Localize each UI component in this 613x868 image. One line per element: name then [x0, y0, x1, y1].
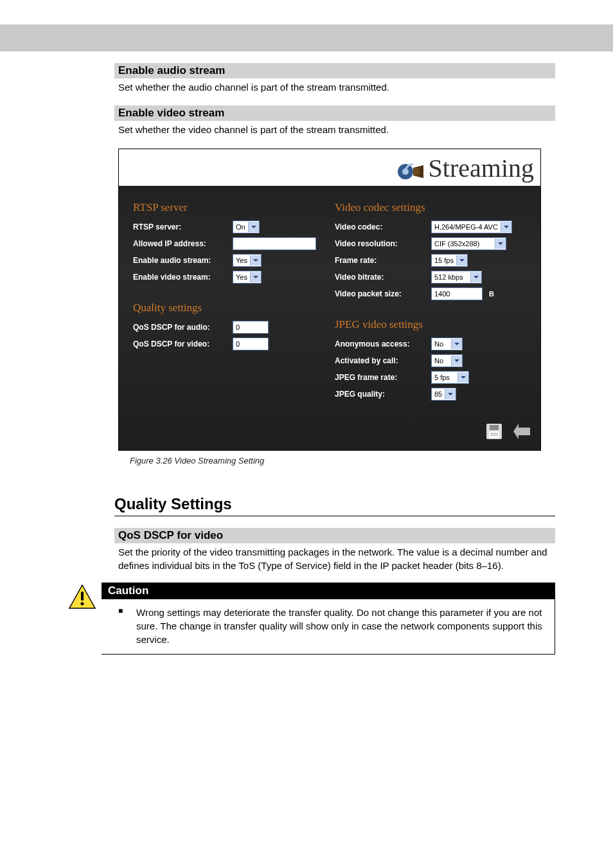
- panel-title-bar: Streaming: [119, 149, 540, 186]
- svg-rect-5: [489, 431, 499, 438]
- page: Enable audio stream Set whether the audi…: [0, 24, 613, 655]
- chevron-down-icon: [451, 339, 462, 349]
- chevron-down-icon: [456, 255, 467, 266]
- video-resolution-select[interactable]: CIF (352x288): [431, 237, 506, 250]
- allowed-ip-label: Allowed IP address:: [133, 239, 233, 248]
- section-heading-enable-audio: Enable audio stream: [114, 63, 555, 78]
- allowed-ip-input[interactable]: [233, 237, 316, 250]
- right-column: Video codec settings Video codec: H.264/…: [330, 197, 531, 404]
- codec-heading: Video codec settings: [335, 201, 526, 214]
- dscp-video-label: QoS DSCP for video:: [133, 339, 233, 348]
- save-icon[interactable]: [485, 422, 503, 442]
- back-arrow-icon[interactable]: [512, 422, 531, 442]
- video-packet-input[interactable]: 1400: [431, 287, 483, 300]
- caution-text: Wrong settings may deteriorate the trans…: [136, 606, 546, 646]
- section-text-enable-video: Set whether the video channel is part of…: [114, 121, 555, 136]
- chevron-down-icon: [451, 356, 462, 366]
- streaming-panel: Streaming RTSP server RTSP server: On: [118, 149, 541, 451]
- section-text-qos-video: Set the priority of the video transmitti…: [114, 543, 555, 572]
- svg-rect-4: [490, 425, 499, 430]
- rtsp-heading: RTSP server: [133, 201, 324, 214]
- frame-rate-select[interactable]: 15 fps: [431, 254, 468, 267]
- jpeg-frame-rate-select[interactable]: 5 fps: [431, 371, 469, 384]
- caution-block: Caution Wrong settings may deteriorate t…: [0, 583, 613, 655]
- streaming-icon: [396, 156, 425, 185]
- activated-by-call-label: Activated by call:: [335, 356, 431, 365]
- chevron-down-icon: [495, 239, 506, 249]
- enable-audio-select[interactable]: Yes: [233, 254, 262, 267]
- jpeg-heading: JPEG video settings: [335, 318, 526, 331]
- video-codec-label: Video codec:: [335, 222, 431, 231]
- panel-footer: [119, 417, 540, 450]
- panel-title-text: Streaming: [429, 154, 534, 183]
- video-packet-label: Video packet size:: [335, 289, 431, 298]
- svg-point-1: [402, 168, 409, 175]
- heading-quality-settings: Quality Settings: [114, 495, 555, 516]
- enable-video-select[interactable]: Yes: [233, 271, 262, 284]
- rtsp-server-select[interactable]: On: [233, 221, 260, 233]
- anon-access-label: Anonymous access:: [335, 339, 431, 348]
- dscp-audio-label: QoS DSCP for audio:: [133, 323, 233, 332]
- jpeg-quality-label: JPEG quality:: [335, 390, 431, 399]
- svg-rect-8: [81, 592, 84, 601]
- quality-heading: Quality settings: [133, 302, 324, 314]
- caution-icon: [63, 583, 102, 655]
- top-banner: [0, 24, 613, 51]
- video-bitrate-label: Video bitrate:: [335, 273, 431, 282]
- video-packet-unit: B: [483, 290, 494, 298]
- chevron-down-icon: [250, 255, 261, 266]
- chevron-down-icon: [250, 272, 261, 282]
- section-heading-qos-video: QoS DSCP for video: [114, 528, 555, 543]
- dscp-video-input[interactable]: 0: [233, 338, 269, 350]
- video-bitrate-select[interactable]: 512 kbps: [431, 271, 482, 284]
- chevron-down-icon: [458, 372, 468, 383]
- svg-rect-2: [413, 168, 420, 176]
- jpeg-quality-select[interactable]: 85: [431, 388, 456, 401]
- chevron-down-icon: [248, 222, 259, 232]
- activated-by-call-select[interactable]: No: [431, 354, 463, 367]
- anon-access-select[interactable]: No: [431, 338, 463, 350]
- figure-streaming: Streaming RTSP server RTSP server: On: [118, 149, 551, 466]
- svg-point-9: [81, 602, 84, 605]
- chevron-down-icon: [470, 272, 481, 282]
- section-text-enable-audio: Set whether the audio channel is part of…: [114, 78, 555, 94]
- caution-heading: Caution: [102, 583, 555, 599]
- section-heading-enable-video: Enable video stream: [114, 105, 555, 121]
- enable-audio-label: Enable audio stream:: [133, 256, 233, 265]
- left-column: RTSP server RTSP server: On Allo: [128, 197, 330, 404]
- video-codec-select[interactable]: H.264/MPEG-4 AVC: [431, 221, 512, 233]
- dscp-audio-input[interactable]: 0: [233, 321, 269, 334]
- figure-caption: Figure 3.26 Video Streaming Setting: [118, 451, 551, 466]
- jpeg-frame-rate-label: JPEG frame rate:: [335, 373, 431, 382]
- frame-rate-label: Frame rate:: [335, 256, 431, 265]
- video-resolution-label: Video resolution:: [335, 239, 431, 248]
- chevron-down-icon: [501, 222, 511, 232]
- enable-video-label: Enable video stream:: [133, 273, 233, 282]
- rtsp-server-label: RTSP server:: [133, 222, 233, 231]
- chevron-down-icon: [445, 389, 456, 399]
